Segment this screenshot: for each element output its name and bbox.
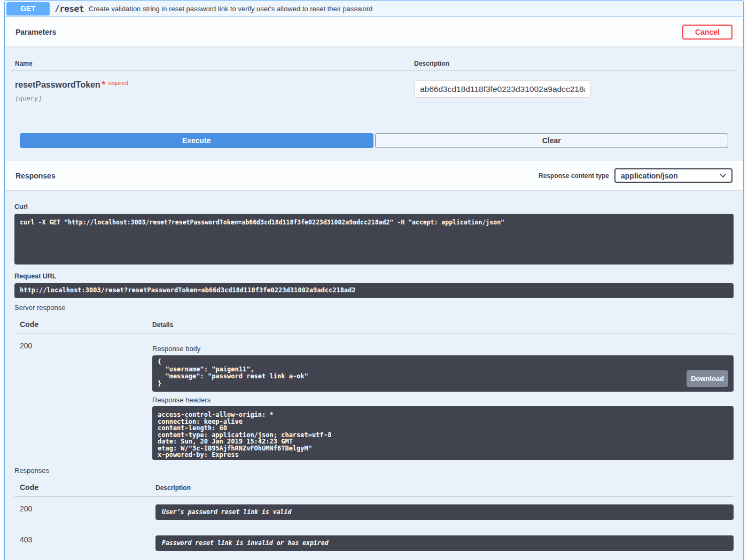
response-code: 200 [14,504,155,513]
execute-button[interactable]: Execute [20,133,373,148]
opblock-body: Parameters Cancel Name Description reset… [5,17,743,560]
column-header-name: Name [11,60,414,67]
response-content-type-select[interactable]: application/json [614,168,733,183]
parameter-value-input[interactable] [414,80,591,98]
response-body-label: Response body [152,345,734,353]
documented-responses-table-head: Code Description [14,478,734,497]
column-header-description: Description [155,484,734,492]
curl-label: Curl [14,203,734,211]
response-headers: access-control-allow-origin: * connectio… [152,406,734,460]
request-url: http://localhost:3003/reset?resetPasswor… [14,283,734,298]
response-content-type: Response content type application/json [539,168,733,183]
response-headers-label: Response headers [152,396,734,404]
response-content-type-value: application/json [621,172,678,180]
server-response-table: Code Details 200 Response body { "userna… [14,315,734,460]
response-body: { "username": "paigen11", "message": "pa… [152,355,734,392]
responses-header: Responses Response content type applicat… [5,161,743,190]
method-badge: GET [6,2,50,15]
endpoint-summary[interactable]: GET /reset Create validation string in r… [5,1,743,17]
documented-response-row: 403 Password reset link is invalid or ha… [14,528,734,551]
parameter-location: (query) [15,95,414,103]
parameters-header: Parameters Cancel [5,17,743,46]
required-label: required [108,80,128,86]
response-code: 200 [14,341,152,460]
parameters-title: Parameters [15,28,56,36]
documented-response-row: 200 User’s password reset link is valid [14,497,734,520]
clear-button[interactable]: Clear [375,133,729,148]
column-header-code: Code [14,320,152,329]
column-header-details: Details [152,321,734,329]
server-response-row: 200 Response body { "username": "paigen1… [14,333,734,460]
responses-title: Responses [15,172,56,180]
response-description: User’s password reset link is valid [155,504,734,520]
column-header-description: Description [414,60,737,67]
responses-inner: Curl curl -X GET "http://localhost:3003/… [5,190,743,560]
opblock-get-reset: GET /reset Create validation string in r… [4,0,744,560]
parameters-table-head: Name Description [11,60,737,71]
server-response-label: Server response [14,304,734,312]
endpoint-description: Create validation string in reset passwo… [89,5,372,13]
download-button[interactable]: Download [687,370,728,387]
execute-row: Execute Clear [20,133,728,161]
parameter-row: resetPasswordToken*required (query) [11,71,737,103]
endpoint-path: /reset [54,4,84,14]
curl-command: curl -X GET "http://localhost:3003/reset… [14,214,734,265]
required-star: * [102,80,105,89]
parameter-name: resetPasswordToken*required [15,80,414,90]
response-content-type-label: Response content type [539,172,609,180]
server-response-table-head: Code Details [14,315,734,333]
request-url-label: Request URL [14,273,734,280]
parameters-table: Name Description resetPasswordToken*requ… [5,46,743,161]
cancel-button[interactable]: Cancel [682,25,733,40]
documented-responses-title: Responses [14,466,734,475]
response-code: 403 [14,535,155,544]
documented-responses-table: Code Description 200 User’s password res… [14,478,734,551]
column-header-code: Code [14,483,155,492]
chevron-down-icon [720,174,726,178]
response-description: Password reset link is invalid or has ex… [155,535,734,551]
